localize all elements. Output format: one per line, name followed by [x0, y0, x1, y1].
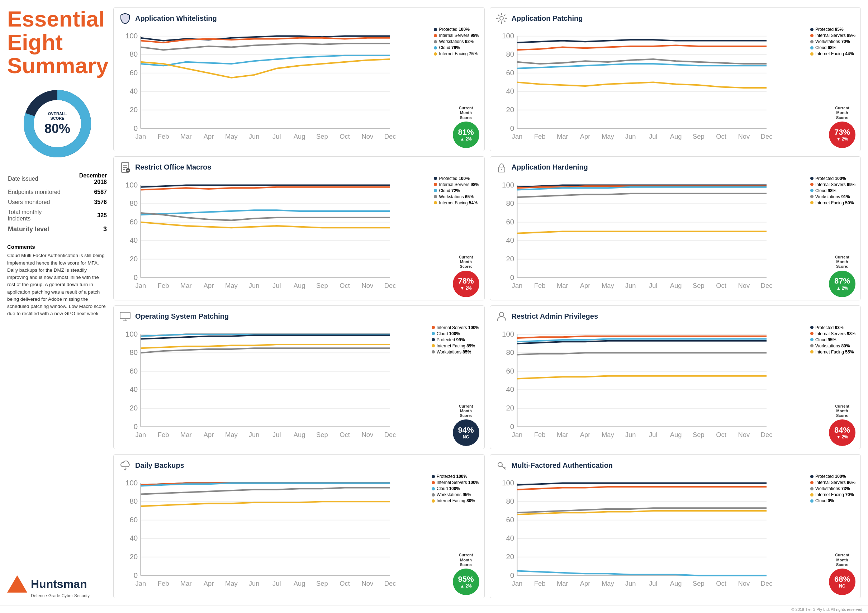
legend-label: Protected 100%: [815, 474, 846, 479]
legend-label: Internet Facing 44%: [815, 51, 854, 56]
svg-text:Aug: Aug: [670, 282, 682, 289]
legend-dot: [810, 499, 814, 503]
current-month-label: CurrentMonthScore:: [453, 404, 479, 418]
chart-title: Application Hardening: [512, 163, 588, 171]
chart-card-app-hardening: Application Hardening 020406080100JanFeb…: [490, 156, 861, 300]
chart-title: Daily Backups: [135, 461, 184, 470]
svg-text:May: May: [601, 282, 614, 289]
svg-text:Jan: Jan: [135, 133, 146, 140]
charts-grid: Application Whitelisting 020406080100Jan…: [113, 7, 861, 598]
legend-item: Protected 100%: [434, 176, 479, 181]
legend-item: Cloud 0%: [810, 498, 856, 503]
legend-item: Cloud 68%: [810, 45, 856, 50]
chart-card-app-whitelisting: Application Whitelisting 020406080100Jan…: [113, 7, 485, 151]
shield-icon: [119, 12, 132, 25]
svg-text:80: 80: [506, 199, 514, 207]
legend-item: Workstations 80%: [810, 344, 856, 348]
score-badge: 87% ▲ 2%: [829, 271, 856, 297]
chart-sidebar: Protected 100% Internal Servers 100% Clo…: [400, 474, 479, 595]
score-value: 81%: [458, 128, 474, 136]
key-icon: [495, 459, 508, 472]
svg-text:Jan: Jan: [135, 580, 146, 587]
score-badge: 78% ▼ 2%: [453, 271, 479, 297]
svg-text:40: 40: [129, 236, 138, 244]
svg-text:Jun: Jun: [625, 580, 636, 587]
legend-label: Workstations 91%: [815, 194, 850, 199]
svg-text:May: May: [601, 133, 614, 140]
score-badge-wrap: CurrentMonthScore: 78% ▼ 2%: [453, 255, 479, 297]
date-value: December 2018: [65, 171, 107, 187]
svg-text:Dec: Dec: [760, 282, 772, 289]
svg-text:Nov: Nov: [361, 282, 374, 289]
chart-sidebar: Protected 93% Internal Servers 98% Cloud…: [777, 325, 856, 446]
score-badge-wrap: CurrentMonthScore: 95% ▲ 2%: [453, 553, 479, 595]
legend-dot: [432, 475, 435, 478]
score-badge-wrap: CurrentMonthScore: 68% NC: [829, 553, 856, 595]
legend-dot: [810, 487, 814, 491]
chart-sidebar: Protected 100% Internal Servers 98% Work…: [400, 27, 479, 148]
legend-item: Internet Facing 44%: [810, 51, 856, 56]
svg-text:Nov: Nov: [738, 431, 750, 438]
chart-sidebar: Protected 95% Internal Servers 89% Works…: [777, 27, 856, 148]
legend-label: Cloud 72%: [439, 188, 460, 193]
svg-text:0: 0: [510, 124, 514, 132]
legend-item: Protected 99%: [432, 337, 479, 342]
svg-text:Jul: Jul: [273, 580, 281, 587]
lock-icon: [495, 161, 508, 174]
main-container: Essential Eight Summary OVERALLSCORE 80%: [0, 0, 868, 605]
svg-text:Feb: Feb: [158, 282, 169, 289]
date-row: Date issued December 2018: [8, 171, 107, 187]
legend-dot: [432, 350, 435, 353]
svg-text:Dec: Dec: [760, 580, 772, 587]
legend-label: Internal Servers 99%: [815, 182, 856, 187]
chart-title: Multi-Factored Authentication: [512, 461, 613, 470]
legend-dot: [810, 189, 814, 192]
chart-header: Operating System Patching: [119, 310, 479, 323]
legend-label: Workstations 65%: [439, 194, 474, 199]
svg-text:Oct: Oct: [716, 282, 726, 289]
legend-label: Protected 100%: [439, 27, 469, 32]
left-panel: Essential Eight Summary OVERALLSCORE 80%: [7, 7, 108, 598]
legend-dot: [810, 52, 814, 56]
svg-text:20: 20: [129, 553, 138, 561]
score-value: 73%: [834, 128, 850, 136]
legend-label: Cloud 95%: [815, 337, 837, 342]
legend-dot: [432, 481, 435, 484]
svg-text:May: May: [225, 133, 238, 140]
legend-item: Internet Facing 89%: [432, 344, 479, 348]
legend-label: Workstations 85%: [437, 350, 471, 354]
legend-dot: [432, 499, 435, 503]
chart-legend: Protected 93% Internal Servers 98% Cloud…: [810, 325, 856, 354]
donut-label: OVERALLSCORE 80%: [45, 111, 70, 136]
incidents-value: 325: [65, 207, 107, 223]
svg-text:100: 100: [502, 330, 514, 338]
chart-legend: Protected 100% Internal Servers 100% Clo…: [432, 474, 479, 503]
monitor-icon: [119, 310, 132, 323]
legend-item: Internet Facing 75%: [434, 51, 479, 56]
svg-text:Jun: Jun: [249, 133, 260, 140]
legend-item: Internal Servers 99%: [810, 182, 856, 187]
logo-triangle-icon: [7, 575, 27, 593]
score-value: 78%: [458, 277, 474, 285]
svg-rect-116: [120, 312, 130, 319]
svg-text:100: 100: [126, 181, 138, 189]
legend-dot: [810, 195, 814, 198]
score-badge-wrap: CurrentMonthScore: 84% ▼ 2%: [829, 404, 856, 446]
legend-label: Protected 100%: [815, 176, 846, 181]
current-month-label: CurrentMonthScore:: [453, 553, 479, 567]
svg-text:Jun: Jun: [249, 431, 260, 438]
legend-dot: [434, 46, 437, 50]
svg-text:Jan: Jan: [512, 282, 522, 289]
legend-dot: [434, 201, 437, 204]
score-value: 84%: [834, 426, 850, 435]
svg-text:Jul: Jul: [273, 431, 281, 438]
svg-text:May: May: [225, 282, 238, 289]
svg-text:Jun: Jun: [249, 282, 260, 289]
legend-label: Workstations 80%: [815, 344, 850, 348]
svg-point-28: [500, 17, 504, 20]
svg-text:100: 100: [126, 31, 138, 40]
chart-card-app-patching: Application Patching 020406080100JanFebM…: [490, 7, 861, 151]
score-badge: 68% NC: [829, 568, 856, 595]
logo-area: Huntsman Defence-Grade Cyber Security: [7, 568, 108, 598]
legend-label: Internal Servers 89%: [815, 33, 856, 38]
